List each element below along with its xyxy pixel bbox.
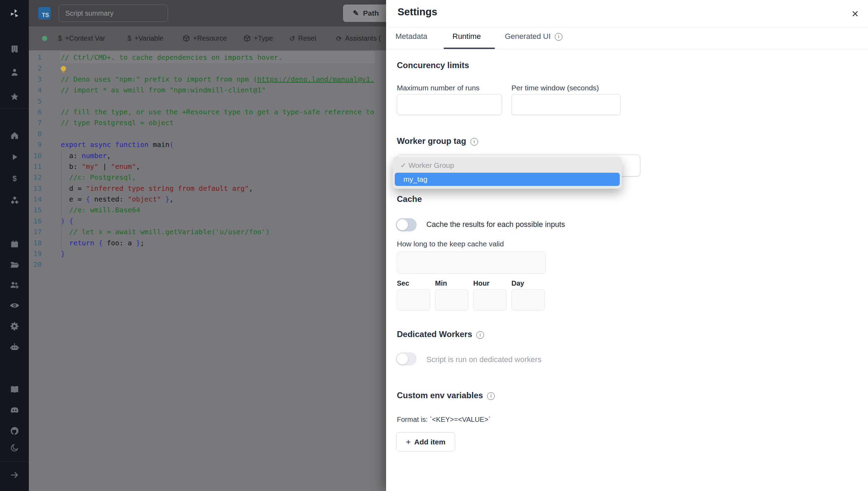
cache-heading: Cache	[397, 194, 422, 204]
code-line	[61, 259, 374, 270]
sec-label: Sec	[397, 279, 409, 287]
line-number: 20	[29, 259, 42, 270]
language-badge: TS	[38, 7, 51, 19]
add-resource-button[interactable]: +Resource	[183, 26, 227, 50]
check-icon: ✓	[400, 161, 407, 169]
tab-metadata[interactable]: Metadata	[395, 32, 427, 41]
moon-icon[interactable]	[0, 443, 29, 453]
cache-duration-input[interactable]	[397, 252, 546, 274]
custom-env-heading: Custom env variablesi	[397, 391, 495, 401]
code-line: ) {	[61, 216, 374, 227]
add-item-label: Add item	[414, 438, 445, 446]
info-icon[interactable]: i	[470, 138, 478, 146]
time-window-input[interactable]	[511, 94, 620, 115]
play-icon[interactable]	[0, 152, 29, 162]
assistants-button[interactable]: ⟳ Assistants (	[336, 26, 381, 50]
line-number: 17	[29, 227, 42, 237]
robot-icon[interactable]	[0, 342, 29, 352]
add-context-var-button[interactable]: $ +Context Var	[58, 26, 105, 50]
reset-icon: ↺	[289, 34, 295, 43]
option-label: Worker Group	[408, 161, 454, 169]
line-number: 16	[29, 216, 42, 227]
info-icon[interactable]: i	[476, 331, 484, 339]
time-window-label: Per time window (seconds)	[511, 84, 599, 92]
code-line	[61, 129, 374, 139]
dollar-icon[interactable]: $	[0, 173, 29, 184]
star-icon[interactable]	[0, 91, 29, 102]
line-number: 12	[29, 172, 42, 183]
add-type-button[interactable]: +Type	[243, 26, 273, 50]
dollar-icon: $	[58, 34, 62, 42]
toolbar-label: +Type	[254, 34, 273, 42]
heading-label: Dedicated Workers	[397, 329, 472, 339]
dropdown-option-my-tag[interactable]: my_tag	[395, 173, 620, 186]
line-number: 4	[29, 85, 42, 96]
building-icon[interactable]	[0, 44, 29, 54]
toolbar-label: +Context Var	[65, 34, 105, 42]
editor-gutter: 1234567891011121314151617181920	[29, 52, 42, 270]
day-label: Day	[511, 279, 524, 287]
code-line: // type Postgresql = object	[61, 117, 374, 128]
book-icon[interactable]	[0, 384, 29, 395]
sec-input[interactable]	[397, 289, 430, 311]
eye-icon[interactable]	[0, 300, 29, 311]
line-number: 6	[29, 107, 42, 117]
script-summary-input[interactable]: Script summary	[59, 5, 168, 22]
dropdown-option-worker-group[interactable]: ✓ Worker Group	[393, 158, 622, 173]
header-divider	[386, 27, 868, 27]
tab-generated-ui[interactable]: Generated UIi	[505, 32, 562, 41]
folder-icon[interactable]	[0, 259, 29, 270]
line-number: 10	[29, 150, 42, 161]
line-number: 11	[29, 161, 42, 172]
tab-label: Generated UI	[505, 32, 551, 41]
worker-group-dropdown-menu: ✓ Worker Group my_tag	[393, 157, 622, 189]
code-line	[61, 96, 374, 107]
person-icon[interactable]	[0, 67, 29, 77]
code-line: // let x = await wmill.getVariable('u/us…	[61, 227, 374, 237]
heading-label: Worker group tag	[397, 136, 466, 146]
max-runs-input[interactable]	[397, 94, 502, 115]
add-item-button[interactable]: + Add item	[396, 432, 455, 451]
tab-runtime[interactable]: Runtime	[452, 32, 481, 41]
min-label: Min	[435, 279, 447, 287]
line-number: 1	[29, 52, 42, 63]
toolbar-label: +Variable	[134, 34, 164, 42]
cubes-icon[interactable]	[0, 196, 29, 206]
path-button-label: Path	[363, 9, 379, 17]
github-icon[interactable]	[0, 426, 29, 436]
toolbar-label: Assistants (	[345, 34, 381, 42]
line-number: 7	[29, 117, 42, 128]
concurrency-heading: Concurency limits	[397, 60, 469, 70]
user-group-gear-icon[interactable]	[0, 280, 29, 290]
windmill-logo[interactable]	[0, 8, 29, 19]
lightbulb-icon[interactable]	[61, 66, 66, 71]
day-input[interactable]	[511, 289, 545, 311]
home-icon[interactable]	[0, 130, 29, 141]
code-line: // import * as wmill from "npm:windmill-…	[61, 85, 374, 96]
left-sidebar: $	[0, 0, 29, 491]
heading-label: Custom env variables	[397, 391, 483, 400]
reset-button[interactable]: ↺ Reset	[289, 26, 316, 50]
line-number: 14	[29, 194, 42, 205]
gear-icon[interactable]	[0, 321, 29, 331]
hour-input[interactable]	[473, 289, 507, 311]
line-number: 2	[29, 63, 42, 74]
toolbar-label: Reset	[298, 34, 316, 42]
hour-label: Hour	[473, 279, 490, 287]
info-icon[interactable]: i	[487, 392, 495, 400]
assistants-icon: ⟳	[336, 34, 342, 43]
cube-icon	[243, 35, 251, 42]
cache-toggle[interactable]	[396, 218, 417, 231]
add-variable-button[interactable]: $ +Variable	[127, 26, 164, 50]
min-input[interactable]	[435, 289, 468, 311]
dedicated-workers-toggle[interactable]	[396, 352, 417, 366]
calendar-icon[interactable]	[0, 239, 29, 249]
cube-icon	[183, 35, 190, 42]
code-line: // Deno uses "npm:" prefix to import fro…	[61, 74, 374, 85]
pencil-icon: ✎	[353, 9, 359, 17]
dollar-icon: $	[127, 34, 131, 42]
discord-icon[interactable]	[0, 405, 29, 416]
info-icon[interactable]: i	[555, 33, 562, 41]
arrow-right-icon[interactable]	[0, 470, 29, 480]
close-icon[interactable]: ✕	[849, 8, 861, 20]
